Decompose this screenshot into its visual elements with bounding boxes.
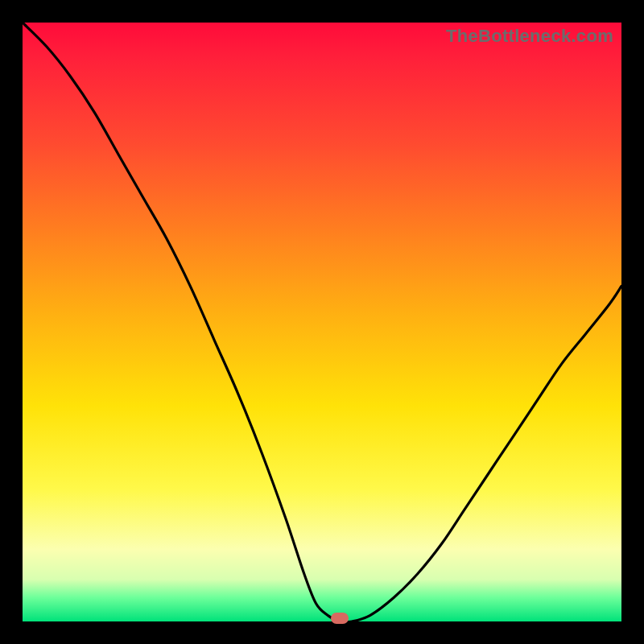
plot-area: TheBottleneck.com — [23, 23, 621, 621]
chart-frame: TheBottleneck.com — [0, 0, 644, 644]
optimal-marker — [331, 613, 349, 624]
curve-path — [23, 23, 621, 621]
bottleneck-curve — [23, 23, 621, 621]
